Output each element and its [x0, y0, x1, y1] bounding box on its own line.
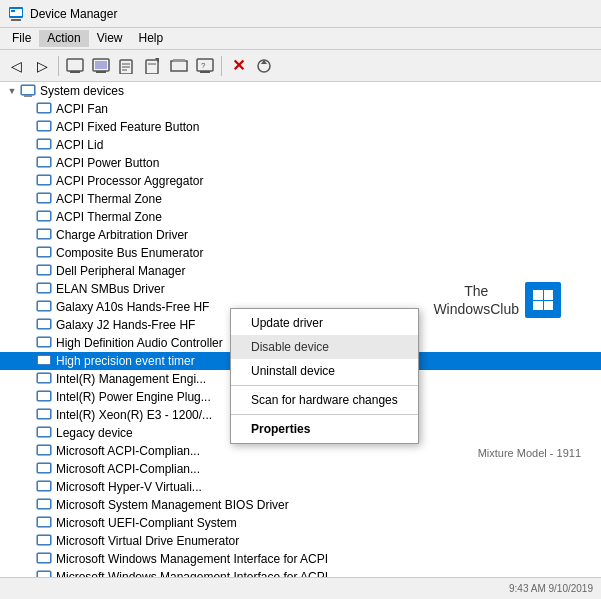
device-icon: [36, 516, 52, 530]
item-label: Galaxy J2 Hands-Free HF: [56, 316, 195, 334]
item-label: Dell Peripheral Manager: [56, 262, 185, 280]
title-bar: Device Manager: [0, 0, 601, 28]
svg-rect-55: [38, 356, 50, 364]
device-icon: [36, 336, 52, 350]
list-item[interactable]: Microsoft Windows Management Interface f…: [0, 568, 601, 577]
list-item[interactable]: Microsoft Windows Management Interface f…: [0, 550, 601, 568]
svg-rect-16: [171, 61, 187, 71]
svg-rect-61: [38, 410, 50, 418]
expand-icon[interactable]: ▼: [4, 83, 20, 99]
item-label: Legacy device: [56, 424, 133, 442]
item-label: Microsoft System Management BIOS Driver: [56, 496, 289, 514]
list-item[interactable]: ACPI Processor Aggregator: [0, 172, 601, 190]
btn1[interactable]: [63, 54, 87, 78]
list-item[interactable]: Dell Peripheral Manager: [0, 262, 601, 280]
item-label: Intel(R) Power Engine Plug...: [56, 388, 211, 406]
context-disable-device[interactable]: Disable device: [231, 335, 418, 359]
svg-rect-51: [38, 320, 50, 328]
item-label: ACPI Power Button: [56, 154, 159, 172]
menu-help[interactable]: Help: [131, 30, 172, 47]
device-icon: [36, 354, 52, 368]
btn3[interactable]: [115, 54, 139, 78]
list-item[interactable]: ACPI Thermal Zone: [0, 208, 601, 226]
svg-rect-5: [70, 71, 80, 73]
svg-rect-33: [38, 158, 50, 166]
list-item[interactable]: ACPI Power Button: [0, 154, 601, 172]
device-icon: [36, 300, 52, 314]
btn-delete[interactable]: ✕: [226, 54, 250, 78]
status-bar: 9:43 AM 9/10/2019: [0, 577, 601, 599]
device-icon: [36, 570, 52, 577]
item-label: Microsoft Virtual Drive Enumerator: [56, 532, 239, 550]
list-item[interactable]: ACPI Fan: [0, 100, 601, 118]
item-label: ACPI Lid: [56, 136, 103, 154]
list-item[interactable]: ACPI Thermal Zone: [0, 190, 601, 208]
svg-rect-77: [38, 554, 50, 562]
btn5[interactable]: [167, 54, 191, 78]
item-label: Intel(R) Management Engi...: [56, 370, 206, 388]
context-uninstall-device[interactable]: Uninstall device: [231, 359, 418, 383]
menu-view[interactable]: View: [89, 30, 131, 47]
device-icon: [36, 552, 52, 566]
sep1: [58, 56, 59, 76]
item-label: ACPI Fixed Feature Button: [56, 118, 199, 136]
item-label: Composite Bus Enumerator: [56, 244, 203, 262]
context-scan-hardware[interactable]: Scan for hardware changes: [231, 388, 418, 412]
item-label: Microsoft Windows Management Interface f…: [56, 550, 328, 568]
svg-rect-25: [22, 86, 34, 94]
btn6[interactable]: ?: [193, 54, 217, 78]
context-update-driver[interactable]: Update driver: [231, 311, 418, 335]
device-icon: [36, 174, 52, 188]
computer-icon: [20, 83, 36, 99]
device-icon: [36, 120, 52, 134]
device-icon: [36, 192, 52, 206]
device-icon: [36, 498, 52, 512]
item-label: Microsoft Hyper-V Virtuali...: [56, 478, 202, 496]
list-item[interactable]: Microsoft ACPI-Complian...: [0, 460, 601, 478]
taskbar-time: 9:43 AM 9/10/2019: [509, 583, 593, 594]
list-item[interactable]: Microsoft Virtual Drive Enumerator: [0, 532, 601, 550]
device-icon: [36, 138, 52, 152]
device-icon: [36, 390, 52, 404]
list-item[interactable]: Microsoft UEFI-Compliant System: [0, 514, 601, 532]
device-icon: [36, 228, 52, 242]
svg-rect-29: [38, 122, 50, 130]
list-item[interactable]: Composite Bus Enumerator: [0, 244, 601, 262]
device-icon: [36, 534, 52, 548]
svg-rect-59: [38, 392, 50, 400]
device-icon: [36, 480, 52, 494]
context-sep2: [231, 414, 418, 415]
list-item[interactable]: Microsoft System Management BIOS Driver: [0, 496, 601, 514]
svg-rect-35: [38, 176, 50, 184]
btn2[interactable]: [89, 54, 113, 78]
btn-refresh[interactable]: [252, 54, 276, 78]
list-item[interactable]: ELAN SMBus Driver: [0, 280, 601, 298]
list-item[interactable]: ACPI Lid: [0, 136, 601, 154]
btn4[interactable]: [141, 54, 165, 78]
menu-bar: File Action View Help: [0, 28, 601, 50]
svg-rect-65: [38, 446, 50, 454]
svg-rect-17: [173, 59, 185, 62]
svg-rect-67: [38, 464, 50, 472]
svg-rect-75: [38, 536, 50, 544]
svg-rect-8: [95, 61, 107, 69]
device-icon: [36, 444, 52, 458]
list-item[interactable]: Microsoft Hyper-V Virtuali...: [0, 478, 601, 496]
tree-root[interactable]: ▼ System devices: [0, 82, 601, 100]
device-icon: [36, 372, 52, 386]
menu-action[interactable]: Action: [39, 30, 88, 47]
device-icon: [36, 426, 52, 440]
back-btn[interactable]: ◁: [4, 54, 28, 78]
menu-file[interactable]: File: [4, 30, 39, 47]
device-icon: [36, 210, 52, 224]
svg-rect-79: [38, 572, 50, 577]
device-icon: [36, 282, 52, 296]
context-properties[interactable]: Properties: [231, 417, 418, 441]
list-item[interactable]: ACPI Fixed Feature Button: [0, 118, 601, 136]
list-item[interactable]: Charge Arbitration Driver: [0, 226, 601, 244]
fwd-btn[interactable]: ▷: [30, 54, 54, 78]
sep2: [221, 56, 222, 76]
svg-rect-39: [38, 212, 50, 220]
item-label: ACPI Thermal Zone: [56, 208, 162, 226]
item-label: Charge Arbitration Driver: [56, 226, 188, 244]
